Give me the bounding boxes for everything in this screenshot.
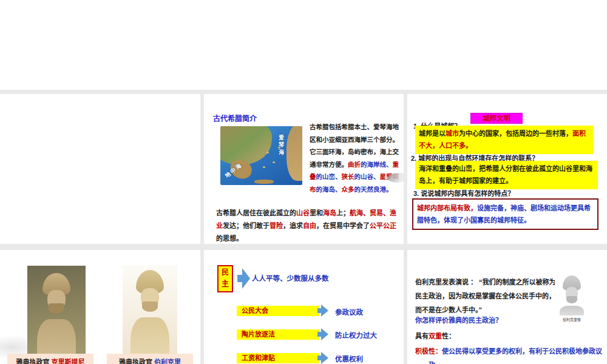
pericles-speech-text: 伯利克里发表演说 ： “我们的制度之所以被称为民主政治，因为政权是掌握在全体公民… <box>415 275 560 317</box>
arrow-head <box>321 352 328 364</box>
pericles-evaluation-question: 你怎样评价雅典的民主政治？ <box>415 315 502 325</box>
arrow-right-icon <box>317 328 330 340</box>
statue-torso <box>131 317 169 355</box>
cleisthenes-caption: 雅典执政官 克里斯提尼 <box>7 354 93 364</box>
democracy-result-assembly: 参政议政 <box>335 307 363 317</box>
slide-greece-intro: 古代希腊简介 地中海 爱琴海 古希腊包括希腊本土、爱琴海地区和小亚细亚西海岸三个… <box>204 94 404 244</box>
slide-polis-civilization: 1. 什么是城邦？ 城邦文明 城邦是以城市为中心的国家，包括周边的一些村落，面积… <box>407 94 607 244</box>
polis-answer-2: 海洋和重叠的山峦，把希腊人分割在彼此孤立的山谷里和海岛上，有助于城邦国家的建立。 <box>415 161 598 189</box>
democracy-bar-stipend: 工资和津贴 <box>237 353 319 363</box>
slide-blank <box>0 94 200 244</box>
template-swoosh-decoration <box>388 173 404 183</box>
greece-map-image: 地中海 爱琴海 <box>220 126 302 185</box>
democracy-bar-ostracism: 陶片放逐法 <box>237 329 319 340</box>
polis-banner: 城邦文明 <box>470 113 523 124</box>
statue-torso <box>37 319 76 356</box>
democracy-result-ostracism: 防止权力过大 <box>335 330 377 340</box>
greece-description-column: 古希腊包括希腊本土、爱琴海地区和小亚细亚西海岸三个部分。它三面环海，岛屿密布，海… <box>310 121 402 195</box>
arrow-stem <box>237 275 242 282</box>
map-label-aegean: 爱琴海 <box>277 135 285 157</box>
cleisthenes-statue-image <box>27 266 86 356</box>
democracy-concept-box: 民主 <box>217 265 233 292</box>
arrow-head <box>242 268 250 289</box>
polis-question-3: 3. 说说城邦内部具有怎样的特点？ <box>413 188 514 198</box>
arrow-right-icon <box>237 268 250 289</box>
arrow-right-icon <box>317 305 330 317</box>
greece-people-paragraph: 古希腊人居住在彼此孤立的山谷里和海岛上；航海、贸易、渔业发达；他们敢于冒险，追求… <box>216 207 397 244</box>
dual-nature-line: 具有双重性： <box>415 331 455 340</box>
statue-torso <box>560 306 584 315</box>
pericles-caption: 雅典执政官 伯利克里 <box>107 354 193 364</box>
slide-statesmen: 雅典执政官 克里斯提尼 雅典执政官 伯利克里 <box>0 250 200 364</box>
map-asia-minor-shape <box>287 126 302 181</box>
democracy-bar-assembly: 公民大会 <box>237 306 319 316</box>
pericles-statue-image <box>123 265 177 355</box>
arrow-right-icon <box>317 352 330 364</box>
polis-answer-1: 城邦是以城市为中心的国家，包括周边的一些村落，面积不大，人口不多。 <box>415 126 593 154</box>
greece-intro-title: 古代希腊简介 <box>213 113 257 123</box>
statue-beard <box>566 296 577 303</box>
map-island-dot <box>273 161 275 163</box>
statue-beard <box>142 302 158 312</box>
map-crete-shape <box>254 180 274 184</box>
arrow-head <box>321 305 328 317</box>
slide-democracy-flow: 民主 人人平等、少数服从多数 公民大会 参政议政 陶片放逐法 防止权力过大 工资… <box>204 250 404 364</box>
map-island-dot <box>263 166 265 168</box>
pericles-bust-caption: 伯利克里像 <box>555 317 589 322</box>
pericles-bust-image <box>555 274 589 315</box>
democracy-headline: 人人平等、少数服从多数 <box>252 273 329 283</box>
slide-pericles-speech: 伯利克里发表演说 ： “我们的制度之所以被称为民主政治，因为政权是掌握在全体公民… <box>407 250 607 364</box>
statue-beard <box>49 303 64 314</box>
arrow-head <box>321 328 328 340</box>
polis-answer-3: 城邦内部布局有致，设施完备，神庙、剧场和运动场更具希腊特色，体现了小国寡民的城邦… <box>412 198 599 230</box>
democracy-result-stipend: 优惠权利 <box>335 354 363 363</box>
slide-grid-background: 古代希腊简介 地中海 爱琴海 古希腊包括希腊本土、爱琴海地区和小亚细亚西海岸三个… <box>0 90 607 364</box>
positive-aspect-line: 积极性：使公民得以享受更多的权利，有利于公民积极地参政议政。 <box>415 345 607 364</box>
map-island-dot <box>266 152 269 153</box>
